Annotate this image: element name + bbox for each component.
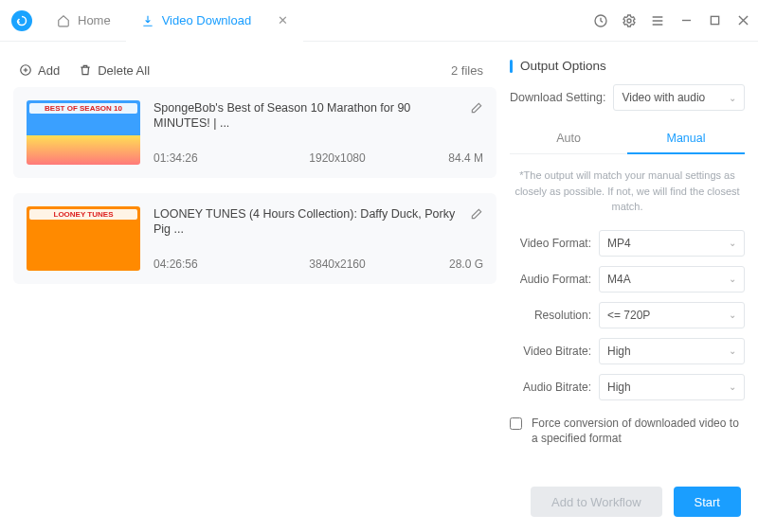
video-resolution: 1920x1080	[267, 151, 407, 165]
video-item[interactable]: LOONEY TUNES LOONEY TUNES (4 Hours Colle…	[13, 193, 496, 284]
app-logo	[11, 10, 32, 31]
tab-video-download[interactable]: Video Download ✕	[126, 0, 303, 42]
svg-rect-2	[711, 16, 718, 24]
delete-all-label: Delete All	[98, 63, 150, 78]
minimize-icon[interactable]	[678, 13, 694, 28]
plus-icon	[19, 63, 32, 77]
titlebar: Home Video Download ✕	[0, 0, 758, 42]
maximize-icon[interactable]	[707, 13, 722, 28]
footer: Add to Workflow Start	[0, 477, 758, 517]
delete-all-button[interactable]: Delete All	[79, 63, 150, 78]
video-item[interactable]: BEST OF SEASON 10 SpongeBob's Best of Se…	[13, 87, 496, 178]
output-options-panel: Output Options Download Setting: Video w…	[510, 53, 745, 477]
window-tools	[593, 13, 750, 28]
video-bitrate-label: Video Bitrate:	[510, 345, 591, 358]
video-thumbnail: BEST OF SEASON 10	[27, 100, 140, 165]
chevron-down-icon: ⌄	[729, 93, 736, 103]
video-format-select[interactable]: MP4⌄	[599, 230, 745, 257]
download-setting-select[interactable]: Video with audio ⌄	[613, 84, 745, 111]
menu-icon[interactable]	[650, 13, 665, 28]
tab-auto[interactable]: Auto	[510, 124, 627, 153]
close-icon[interactable]: ✕	[278, 13, 288, 27]
history-icon[interactable]	[593, 13, 608, 28]
download-icon	[141, 14, 154, 27]
add-to-workflow-button[interactable]: Add to Workflow	[531, 487, 661, 517]
video-resolution: 3840x2160	[267, 257, 407, 271]
start-button[interactable]: Start	[674, 487, 741, 517]
resolution-label: Resolution:	[510, 309, 591, 322]
tab-home-label: Home	[78, 13, 111, 27]
tab-download-label: Video Download	[162, 13, 251, 27]
tab-home[interactable]: Home	[42, 0, 126, 42]
audio-bitrate-label: Audio Bitrate:	[510, 381, 591, 394]
chevron-down-icon: ⌄	[729, 310, 736, 320]
chevron-down-icon: ⌄	[729, 381, 736, 392]
add-label: Add	[38, 63, 60, 78]
chevron-down-icon: ⌄	[729, 238, 736, 248]
files-count: 2 files	[451, 63, 491, 78]
gear-icon[interactable]	[622, 13, 637, 28]
audio-format-select[interactable]: M4A⌄	[599, 266, 745, 293]
video-size: 84.4 M	[407, 151, 483, 165]
video-thumbnail: LOONEY TUNES	[27, 206, 140, 271]
video-format-label: Video Format:	[510, 237, 591, 250]
accent-bar	[510, 60, 513, 73]
force-conversion-label: Force conversion of downloaded video to …	[532, 416, 745, 448]
trash-icon	[79, 63, 92, 77]
home-icon	[57, 14, 70, 27]
tab-manual[interactable]: Manual	[627, 124, 745, 154]
edit-icon[interactable]	[470, 207, 483, 221]
manual-note: *The output will match your manual setti…	[510, 168, 745, 215]
force-conversion-checkbox[interactable]	[510, 417, 522, 430]
svg-point-1	[627, 19, 631, 23]
download-setting-label: Download Setting:	[510, 91, 605, 104]
video-bitrate-select[interactable]: High⌄	[599, 338, 745, 364]
video-title: SpongeBob's Best of Season 10 Marathon f…	[153, 100, 464, 132]
edit-icon[interactable]	[470, 101, 483, 115]
audio-bitrate-select[interactable]: High⌄	[599, 374, 745, 400]
audio-format-label: Audio Format:	[510, 273, 591, 286]
video-size: 28.0 G	[407, 257, 483, 271]
output-heading: Output Options	[520, 59, 606, 73]
video-duration: 01:34:26	[153, 151, 267, 165]
video-title: LOONEY TUNES (4 Hours Collection): Daffy…	[153, 206, 464, 238]
add-button[interactable]: Add	[19, 63, 60, 78]
close-window-icon[interactable]	[735, 13, 750, 28]
video-duration: 04:26:56	[153, 257, 267, 271]
video-list-panel: Add Delete All 2 files BEST OF SEASON 10…	[13, 53, 496, 477]
chevron-down-icon: ⌄	[729, 346, 736, 356]
resolution-select[interactable]: <= 720P⌄	[599, 302, 745, 328]
chevron-down-icon: ⌄	[729, 274, 736, 284]
